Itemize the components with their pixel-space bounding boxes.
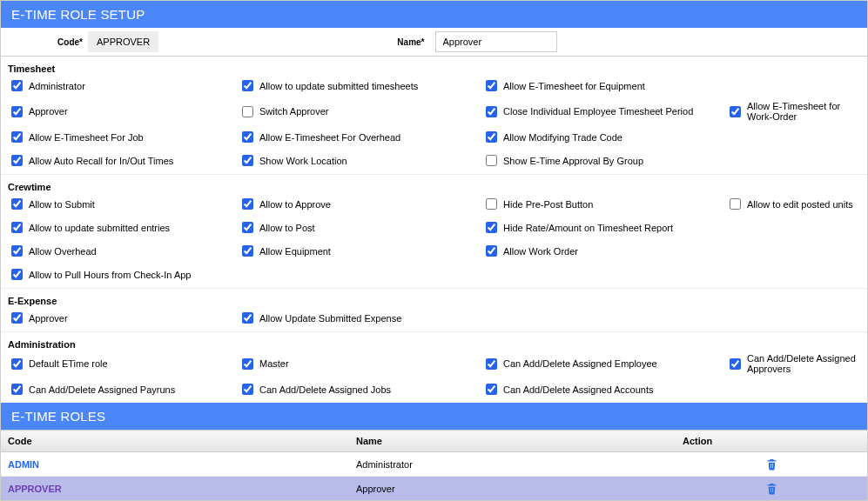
- lbl: Close Individual Employee Timesheet Peri…: [503, 106, 693, 117]
- chk-ts-trade-code[interactable]: [486, 131, 497, 143]
- opt-ct-submit[interactable]: Allow to Submit: [8, 196, 239, 212]
- chk-ct-post[interactable]: [242, 222, 253, 233]
- lbl: Show Work Location: [259, 156, 347, 166]
- opt-ct-edit-posted[interactable]: Allow to edit posted units: [726, 196, 860, 212]
- lbl: Can Add/Delete Assigned Employee: [503, 358, 657, 369]
- chk-ct-update-submitted[interactable]: [11, 222, 23, 233]
- opt-ts-job[interactable]: Allow E-Timesheet For Job: [8, 129, 239, 145]
- lbl: Allow Update Submitted Expense: [259, 313, 401, 324]
- chk-ad-accounts[interactable]: [486, 384, 497, 395]
- opt-ts-workorder[interactable]: Allow E-Timesheet for Work-Order: [726, 101, 860, 122]
- opt-ad-master[interactable]: Master: [239, 353, 482, 374]
- chk-ts-update-submitted[interactable]: [242, 80, 253, 91]
- eexpense-section-title: E-Expense: [1, 289, 867, 310]
- opt-ct-hide-prepost[interactable]: Hide Pre-Post Button: [482, 196, 726, 212]
- lbl: Can Add/Delete Assigned Payruns: [29, 384, 175, 395]
- chk-ts-close-period[interactable]: [486, 106, 497, 117]
- opt-ad-approvers[interactable]: Can Add/Delete Assigned Approvers: [726, 353, 860, 374]
- opt-ad-jobs[interactable]: Can Add/Delete Assigned Jobs: [239, 381, 482, 397]
- opt-ct-equipment[interactable]: Allow Equipment: [239, 243, 482, 259]
- opt-ts-close-period[interactable]: Close Individual Employee Timesheet Peri…: [482, 101, 726, 122]
- col-code[interactable]: Code: [1, 431, 349, 452]
- lbl: Allow Work Order: [503, 246, 578, 257]
- chk-ts-switch-approver[interactable]: [242, 106, 253, 117]
- lbl: Allow to Submit: [29, 199, 95, 210]
- opt-ct-update-submitted[interactable]: Allow to update submitted entries: [8, 219, 239, 236]
- lbl: Allow to Pull Hours from Check-In App: [29, 270, 191, 280]
- chk-ct-edit-posted[interactable]: [730, 198, 741, 210]
- opt-ts-approver[interactable]: Approver: [8, 101, 239, 122]
- lbl: Can Add/Delete Assigned Accounts: [503, 384, 653, 395]
- opt-ad-employee[interactable]: Can Add/Delete Assigned Employee: [482, 353, 726, 374]
- opt-ts-approval-by-group[interactable]: Show E-Time Approval By Group: [482, 152, 726, 169]
- chk-ts-approval-by-group[interactable]: [486, 155, 497, 166]
- chk-ee-approver[interactable]: [11, 312, 23, 324]
- lbl: Administrator: [29, 81, 85, 91]
- chk-ts-auto-recall[interactable]: [11, 155, 23, 166]
- opt-ts-overhead[interactable]: Allow E-Timesheet For Overhead: [239, 129, 482, 145]
- form-row: Code* APPROVER Name*: [1, 28, 867, 57]
- code-value: APPROVER: [88, 31, 158, 52]
- chk-ts-administrator[interactable]: [11, 80, 23, 91]
- col-action[interactable]: Action: [676, 431, 867, 452]
- lbl: Allow E-Timesheet For Overhead: [259, 132, 400, 143]
- table-row[interactable]: ADMIN Administrator: [1, 452, 867, 477]
- trash-icon[interactable]: [765, 482, 778, 495]
- chk-ee-update-submitted[interactable]: [242, 312, 253, 324]
- chk-ad-approvers[interactable]: [730, 358, 741, 370]
- lbl: Allow E-Timesheet for Equipment: [503, 81, 645, 91]
- roles-table: Code Name Action ADMIN Administrator APP…: [1, 430, 867, 501]
- chk-ct-pull-hours[interactable]: [11, 269, 23, 280]
- lbl: Master: [259, 358, 289, 369]
- opt-ct-hide-rate[interactable]: Hide Rate/Amount on Timesheet Report: [482, 219, 726, 236]
- opt-ts-auto-recall[interactable]: Allow Auto Recall for In/Out Times: [8, 152, 239, 169]
- lbl: Allow Modifying Trade Code: [503, 132, 622, 143]
- chk-ts-overhead[interactable]: [242, 131, 253, 143]
- chk-ts-job[interactable]: [11, 131, 23, 143]
- opt-ct-workorder[interactable]: Allow Work Order: [482, 243, 726, 259]
- chk-ad-employee[interactable]: [486, 358, 497, 370]
- trash-icon[interactable]: [765, 458, 778, 471]
- cell-name: Administrator: [349, 452, 676, 477]
- chk-ct-hide-prepost[interactable]: [486, 198, 497, 210]
- opt-ee-approver[interactable]: Approver: [8, 310, 239, 326]
- opt-ts-work-location[interactable]: Show Work Location: [239, 152, 482, 169]
- lbl: Hide Rate/Amount on Timesheet Report: [503, 223, 673, 233]
- opt-ts-trade-code[interactable]: Allow Modifying Trade Code: [482, 129, 726, 145]
- cell-code: ADMIN: [1, 452, 349, 477]
- chk-ts-work-location[interactable]: [242, 155, 253, 166]
- chk-ct-submit[interactable]: [11, 198, 23, 210]
- chk-ct-approve[interactable]: [242, 198, 253, 210]
- chk-ts-equipment[interactable]: [486, 80, 497, 91]
- opt-ee-update-submitted[interactable]: Allow Update Submitted Expense: [239, 310, 482, 326]
- table-row[interactable]: APPROVER Approver: [1, 477, 867, 501]
- chk-ad-payruns[interactable]: [11, 384, 23, 395]
- chk-ts-workorder[interactable]: [730, 106, 741, 117]
- chk-ad-default[interactable]: [11, 358, 23, 370]
- lbl: Can Add/Delete Assigned Jobs: [259, 384, 391, 395]
- chk-ct-overhead[interactable]: [11, 245, 23, 257]
- chk-ad-master[interactable]: [242, 358, 253, 370]
- opt-ct-approve[interactable]: Allow to Approve: [239, 196, 482, 212]
- chk-ad-jobs[interactable]: [242, 384, 253, 395]
- opt-ts-switch-approver[interactable]: Switch Approver: [239, 101, 482, 122]
- admin-section-title: Administration: [1, 332, 867, 353]
- opt-ts-update-submitted[interactable]: Allow to update submitted timesheets: [239, 77, 482, 94]
- chk-ct-hide-rate[interactable]: [486, 222, 497, 233]
- opt-ad-payruns[interactable]: Can Add/Delete Assigned Payruns: [8, 381, 239, 397]
- crewtime-section-title: Crewtime: [1, 175, 867, 196]
- opt-ad-default[interactable]: Default ETime role: [8, 353, 239, 374]
- opt-ct-post[interactable]: Allow to Post: [239, 219, 482, 236]
- chk-ts-approver[interactable]: [11, 106, 23, 117]
- lbl: Allow to Approve: [259, 199, 331, 210]
- opt-ad-accounts[interactable]: Can Add/Delete Assigned Accounts: [482, 381, 726, 397]
- chk-ct-equipment[interactable]: [242, 245, 253, 257]
- opt-ts-administrator[interactable]: Administrator: [8, 77, 239, 94]
- col-name[interactable]: Name: [349, 431, 676, 452]
- chk-ct-workorder[interactable]: [486, 245, 497, 257]
- opt-ct-overhead[interactable]: Allow Overhead: [8, 243, 239, 259]
- lbl: Allow to edit posted units: [747, 199, 853, 210]
- name-field[interactable]: [435, 31, 557, 52]
- opt-ct-pull-hours[interactable]: Allow to Pull Hours from Check-In App: [8, 266, 239, 283]
- opt-ts-equipment[interactable]: Allow E-Timesheet for Equipment: [482, 77, 726, 94]
